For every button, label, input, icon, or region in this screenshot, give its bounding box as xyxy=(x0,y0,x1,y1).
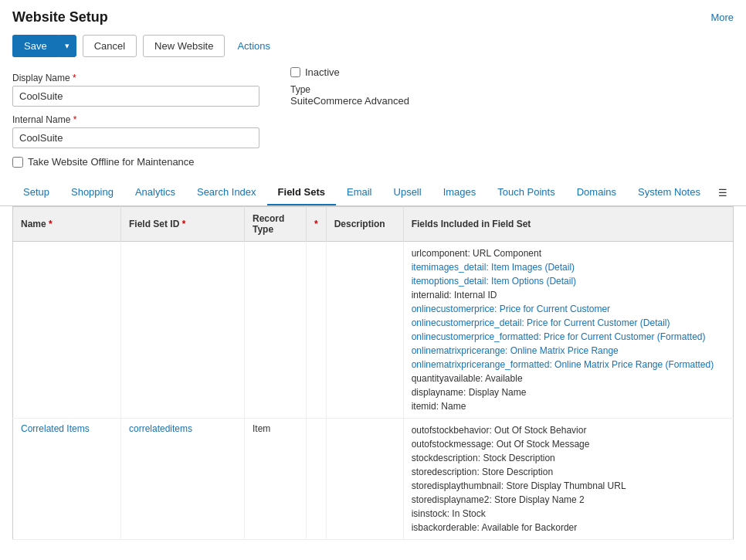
field-entry: stockdescription: Stock Description xyxy=(412,451,725,465)
col-header-req: * xyxy=(307,207,327,242)
field-entry: displayname: Display Name xyxy=(412,385,725,399)
inactive-label: Inactive xyxy=(305,66,340,78)
tabs-overflow-icon[interactable]: ☰ xyxy=(712,181,734,205)
field-entry: quantityavailable: Available xyxy=(412,372,725,385)
tab-images[interactable]: Images xyxy=(432,180,487,205)
tab-setup[interactable]: Setup xyxy=(12,180,60,205)
cell-record-type: Item xyxy=(245,419,307,540)
save-dropdown-button[interactable]: ▾ xyxy=(58,35,76,57)
field-entry: isbackorderable: Available for Backorder xyxy=(412,521,725,535)
tab-domains[interactable]: Domains xyxy=(566,180,627,205)
form-section: Display Name * Internal Name * Take Webs… xyxy=(0,66,746,180)
field-entry: itemimages_detail: Item Images (Detail) xyxy=(412,260,725,274)
field-entry: isinstock: In Stock xyxy=(412,507,725,521)
tab-touch-points[interactable]: Touch Points xyxy=(487,180,565,205)
cell-description xyxy=(326,419,403,540)
form-left: Display Name * Internal Name * Take Webs… xyxy=(12,66,259,168)
col-header-description: Description xyxy=(326,207,403,242)
tab-analytics[interactable]: Analytics xyxy=(124,180,186,205)
offline-checkbox[interactable] xyxy=(12,157,23,168)
cell-field-set-id[interactable]: correlateditems xyxy=(121,419,245,540)
more-link[interactable]: More xyxy=(710,12,734,23)
save-button-group: Save ▾ xyxy=(12,35,76,57)
type-value: SuiteCommerce Advanced xyxy=(290,95,734,107)
inactive-row: Inactive xyxy=(290,66,734,78)
cell-fields: urlcomponent: URL Componentitemimages_de… xyxy=(403,242,733,419)
actions-button[interactable]: Actions xyxy=(231,36,276,56)
field-entry: storedisplayname2: Store Display Name 2 xyxy=(412,493,725,507)
field-entry: storedescription: Store Description xyxy=(412,465,725,479)
tab-shopping[interactable]: Shopping xyxy=(60,180,124,205)
tab-search-index[interactable]: Search Index xyxy=(186,180,267,205)
field-entry: storedisplaythumbnail: Store Display Thu… xyxy=(412,479,725,493)
cancel-button[interactable]: Cancel xyxy=(83,35,137,57)
type-row: Type SuiteCommerce Advanced xyxy=(290,84,734,107)
cell-name xyxy=(13,242,121,419)
offline-checkbox-row: Take Website Offline for Maintenance xyxy=(12,156,259,168)
field-entry: itemid: Name xyxy=(412,399,725,413)
cell-record-type xyxy=(245,242,307,419)
internal-name-required: * xyxy=(73,114,77,125)
field-entry: onlinecustomerprice: Price for Current C… xyxy=(412,302,725,316)
cell-req xyxy=(307,419,327,540)
tab-system-notes[interactable]: System Notes xyxy=(627,180,711,205)
page-header: Website Setup More xyxy=(0,0,746,32)
col-header-name: Name * xyxy=(13,207,121,242)
field-entry: onlinecustomerprice_formatted: Price for… xyxy=(412,330,725,344)
table-header-row: Name * Field Set ID * Record Type * Desc… xyxy=(13,207,734,242)
col-header-fields: Fields Included in Field Set xyxy=(403,207,733,242)
page-title: Website Setup xyxy=(12,9,108,25)
inactive-checkbox[interactable] xyxy=(290,67,300,77)
cell-fields: outofstockbehavior: Out Of Stock Behavio… xyxy=(403,419,733,540)
display-name-input[interactable] xyxy=(12,86,259,107)
table-row: urlcomponent: URL Componentitemimages_de… xyxy=(13,242,734,419)
offline-label: Take Website Offline for Maintenance xyxy=(28,156,195,168)
field-entry: internalid: Internal ID xyxy=(412,288,725,302)
field-entry: outofstockbehavior: Out Of Stock Behavio… xyxy=(412,423,725,437)
save-button[interactable]: Save xyxy=(12,35,58,57)
field-entry: itemoptions_detail: Item Options (Detail… xyxy=(412,274,725,288)
type-label: Type xyxy=(290,84,734,95)
form-right: Inactive Type SuiteCommerce Advanced xyxy=(290,66,734,168)
field-entry: onlinecustomerprice_detail: Price for Cu… xyxy=(412,316,725,330)
col-header-field-set-id: Field Set ID * xyxy=(121,207,245,242)
field-sets-table: Name * Field Set ID * Record Type * Desc… xyxy=(12,206,734,540)
tab-field-sets[interactable]: Field Sets xyxy=(267,180,336,205)
table-section: Name * Field Set ID * Record Type * Desc… xyxy=(0,206,746,540)
field-entry: onlinematrixpricerange: Online Matrix Pr… xyxy=(412,344,725,358)
internal-name-label: Internal Name * xyxy=(12,114,259,125)
internal-name-input[interactable] xyxy=(12,127,259,148)
col-header-record-type: Record Type xyxy=(245,207,307,242)
display-name-required: * xyxy=(73,73,76,83)
toolbar: Save ▾ Cancel New Website Actions xyxy=(0,32,746,66)
tabs-bar: Setup Shopping Analytics Search Index Fi… xyxy=(0,180,746,206)
field-entry: urlcomponent: URL Component xyxy=(412,246,725,260)
table-row: Correlated ItemscorrelateditemsItemoutof… xyxy=(13,419,734,540)
cell-field-set-id xyxy=(121,242,245,419)
tab-upsell[interactable]: Upsell xyxy=(383,180,432,205)
field-entry: onlinematrixpricerange_formatted: Online… xyxy=(412,358,725,372)
display-name-label: Display Name * xyxy=(12,73,259,83)
cell-name[interactable]: Correlated Items xyxy=(13,419,121,540)
cell-description xyxy=(326,242,403,419)
new-website-button[interactable]: New Website xyxy=(143,35,225,57)
cell-req xyxy=(307,242,327,419)
tab-email[interactable]: Email xyxy=(336,180,383,205)
field-entry: outofstockmessage: Out Of Stock Message xyxy=(412,437,725,451)
